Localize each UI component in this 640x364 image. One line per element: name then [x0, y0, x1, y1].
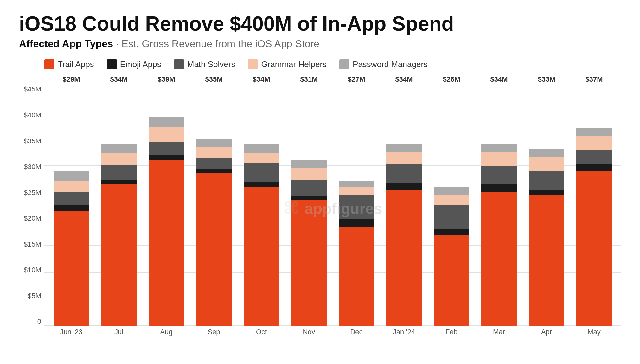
x-axis-label: Feb [428, 328, 475, 336]
bar-total-label: $34M [490, 75, 508, 84]
legend-swatch [107, 59, 117, 69]
x-axis-label: Jun '23 [48, 328, 95, 336]
bar-segment-grammar [386, 152, 422, 165]
bar-segment-grammar [481, 152, 517, 166]
bar-segment-grammar [101, 153, 137, 165]
bar-stack [434, 187, 470, 326]
bar-segment-math [291, 180, 327, 196]
bar-segment-password [101, 144, 137, 153]
bar-segment-trail [101, 184, 137, 326]
bar-total-label: $34M [110, 75, 127, 84]
bar-group: $39M [143, 85, 190, 326]
y-axis-label: $25M [19, 189, 44, 197]
bar-stack [149, 117, 184, 326]
legend-item-trail-apps: Trail Apps [44, 59, 94, 69]
bar-segment-emoji [529, 190, 565, 195]
bar-segment-trail [529, 195, 565, 326]
bar-segment-trail [149, 160, 184, 326]
legend-item-emoji-apps: Emoji Apps [107, 59, 161, 69]
bar-stack [481, 144, 517, 326]
bar-segment-math [434, 205, 470, 229]
y-axis-label: $5M [19, 292, 44, 300]
bar-segment-math [481, 166, 517, 184]
bar-segment-grammar [196, 147, 232, 158]
bar-segment-math [529, 171, 565, 190]
bar-segment-emoji [291, 196, 327, 200]
bar-segment-emoji [101, 180, 137, 184]
bars-container: $29M$34M$39M$35M$34M$31M$27M$34M$26M$34M… [44, 85, 621, 326]
bar-segment-trail [576, 171, 612, 326]
bar-total-label: $34M [395, 75, 413, 84]
bar-group: $37M [570, 85, 618, 326]
bar-group: $34M [380, 85, 428, 326]
bar-segment-emoji [149, 155, 184, 160]
chart-title: iOS18 Could Remove $400M of In-App Spend [19, 13, 621, 35]
x-axis-label: Mar [475, 328, 523, 336]
bar-segment-grammar [339, 187, 374, 195]
bar-segment-emoji [481, 184, 517, 192]
legend-swatch [339, 59, 349, 69]
bar-total-label: $33M [538, 75, 555, 84]
bar-segment-math [339, 195, 374, 219]
bar-segment-password [291, 160, 327, 168]
x-axis-label: Apr [523, 328, 570, 336]
bar-segment-math [196, 158, 232, 169]
bar-segment-math [386, 164, 422, 183]
x-axis-label: Dec [333, 328, 380, 336]
x-axis-label: Oct [238, 328, 285, 336]
bar-stack [196, 139, 232, 326]
bar-total-label: $37M [585, 75, 603, 84]
bar-segment-trail [54, 211, 89, 326]
bar-segment-emoji [196, 169, 232, 173]
y-axis-label: $15M [19, 240, 44, 248]
bar-stack [576, 128, 612, 326]
bar-segment-emoji [339, 219, 374, 227]
bar-segment-grammar [149, 127, 184, 142]
bar-stack [291, 160, 327, 326]
legend-swatch [44, 59, 54, 69]
bar-segment-grammar [291, 168, 327, 180]
bar-stack [339, 181, 374, 326]
bar-segment-emoji [54, 205, 89, 211]
bar-segment-trail [196, 173, 232, 326]
bar-segment-math [244, 163, 279, 182]
bar-segment-grammar [434, 195, 470, 206]
y-axis-label: $35M [19, 137, 44, 145]
bar-segment-emoji [576, 164, 612, 171]
bar-segment-math [149, 142, 184, 155]
legend-item-grammar-helpers: Grammar Helpers [248, 59, 327, 69]
legend-label: Grammar Helpers [261, 60, 327, 69]
bar-segment-password [481, 144, 517, 152]
legend-item-password-managers: Password Managers [339, 59, 428, 69]
bar-segment-trail [291, 200, 327, 326]
bar-group: $26M [428, 85, 475, 326]
x-axis-label: May [570, 328, 618, 336]
x-axis-label: Jan '24 [380, 328, 428, 336]
bar-segment-grammar [576, 136, 612, 151]
y-axis-label: $30M [19, 163, 44, 171]
bar-segment-math [54, 192, 89, 205]
bar-group: $34M [95, 85, 143, 326]
bar-segment-grammar [54, 181, 89, 192]
bar-group: $34M [475, 85, 523, 326]
bar-total-label: $34M [253, 75, 270, 84]
bar-segment-trail [339, 227, 374, 326]
x-axis-label: Nov [285, 328, 333, 336]
y-axis-label: $20M [19, 214, 44, 223]
bar-total-label: $35M [205, 75, 222, 84]
bar-segment-password [386, 144, 422, 152]
legend-swatch [174, 59, 184, 69]
y-axis-label: $10M [19, 266, 44, 274]
bar-segment-trail [386, 190, 422, 326]
bar-segment-password [434, 187, 470, 195]
bar-segment-trail [244, 187, 279, 326]
bar-stack [386, 144, 422, 326]
bar-group: $34M [238, 85, 285, 326]
chart-subtitle: Affected App Types · Est. Gross Revenue … [19, 38, 621, 50]
legend-swatch [248, 59, 258, 69]
bar-total-label: $29M [62, 75, 80, 84]
bar-segment-grammar [529, 157, 565, 171]
bar-segment-emoji [386, 183, 422, 189]
bar-segment-trail [481, 192, 517, 326]
x-axis-label: Jul [95, 328, 143, 336]
